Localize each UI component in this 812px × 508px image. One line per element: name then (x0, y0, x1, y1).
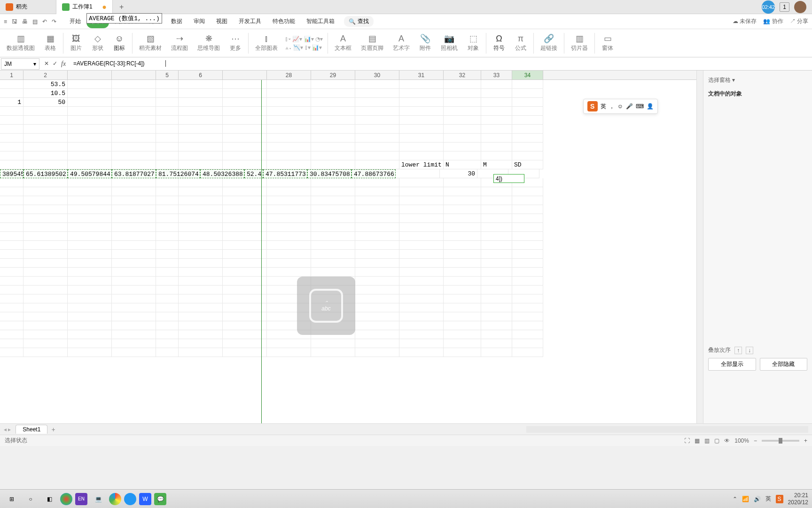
tab-workbook[interactable]: 工作簿1 ● (56, 0, 113, 14)
preview-icon[interactable]: ▤ (32, 18, 38, 25)
ime-tray[interactable]: 英 (765, 495, 771, 503)
menu-icon[interactable]: ≡ (4, 18, 7, 25)
cell[interactable] (0, 80, 23, 89)
sel-cell[interactable]: 81.75126074 (156, 169, 200, 178)
ribbon-charts[interactable]: ⫿全部图表 (250, 33, 282, 53)
ribbon-picture[interactable]: 🖼图片 (65, 33, 87, 53)
app-en-icon[interactable]: EN (75, 493, 87, 505)
ribbon-iconset[interactable]: ☺图标 (109, 33, 130, 53)
cell[interactable]: 50 (23, 98, 68, 107)
menu-start[interactable]: 开始 (64, 15, 86, 28)
cell-N-value[interactable]: 30 (440, 169, 477, 178)
col-h[interactable]: 28 (267, 71, 311, 79)
sel-cell[interactable]: 48.50326388 (200, 169, 244, 178)
sel-cell[interactable]: 47.85311773 (263, 169, 307, 178)
confirm-icon[interactable]: ✓ (53, 60, 57, 68)
ribbon-form[interactable]: ▭窗体 (597, 33, 618, 53)
ribbon-more[interactable]: ⋯更多 (225, 33, 246, 53)
sel-cell[interactable]: 49.50579844 (68, 169, 112, 178)
start-button[interactable]: ⊞ (4, 491, 20, 507)
window-count[interactable]: 1 (780, 2, 789, 12)
formula-input[interactable]: =AVERAGE(RC[-33]:RC[-4]) (70, 59, 812, 68)
view-normal-icon[interactable]: ▦ (695, 437, 700, 444)
col-h[interactable]: 5 (156, 71, 179, 79)
read-icon[interactable]: 👁 (724, 437, 730, 444)
vertical-scrollbar[interactable] (696, 71, 703, 423)
cell-SD[interactable]: SD (512, 160, 543, 169)
col-h[interactable] (112, 71, 156, 79)
wechat-icon[interactable]: 💬 (154, 493, 166, 505)
cell[interactable]: 1 (0, 98, 23, 107)
ribbon-mindmap[interactable]: ❋思维导图 (193, 33, 225, 53)
ribbon-attachment[interactable]: 📎附件 (414, 33, 436, 53)
ime-voice[interactable]: 🎤 (626, 103, 633, 110)
ribbon-camera[interactable]: 📷照相机 (436, 33, 462, 53)
ime-toolbar[interactable]: S 英 ， ☺ 🎤 ⌨ 👤 (583, 99, 658, 114)
menu-review[interactable]: 审阅 (188, 15, 211, 28)
ime-emoji[interactable]: ☺ (617, 103, 623, 110)
cortana-button[interactable]: ○ (23, 491, 39, 507)
sheet-nav[interactable]: ◂ ▸ (4, 426, 11, 433)
sheet-tab[interactable]: Sheet1 (16, 425, 47, 434)
ribbon-textbox[interactable]: A文本框 (330, 33, 356, 53)
col-h[interactable]: 31 (399, 71, 444, 79)
col-h[interactable] (68, 71, 112, 79)
col-h[interactable]: 1 (0, 71, 23, 79)
col-h[interactable]: 29 (311, 71, 355, 79)
app-blue-icon[interactable] (124, 493, 136, 505)
menu-special[interactable]: 特色功能 (267, 15, 301, 28)
sheet-add-button[interactable]: + (51, 426, 55, 433)
col-h[interactable] (223, 71, 267, 79)
zoom-out-button[interactable]: − (754, 437, 757, 444)
volume-icon[interactable]: 🔊 (754, 496, 761, 502)
cell[interactable] (0, 89, 23, 98)
chart-minis[interactable]: ⫿▾ 📈▾ 📊▾ ◔▾⟁▾ 📉▾ ⫿▾ 📊▾ (282, 34, 326, 53)
tab-add-button[interactable]: + (113, 3, 130, 11)
cell-N[interactable]: N (444, 160, 481, 169)
ribbon-wordart[interactable]: A艺术字 (388, 33, 414, 53)
browser-icon[interactable] (60, 493, 72, 505)
wps-icon[interactable]: W (139, 493, 151, 505)
wifi-icon[interactable]: 📶 (742, 496, 749, 502)
print-icon[interactable]: 🖶 (22, 18, 28, 25)
taskview-button[interactable]: ◧ (41, 491, 57, 507)
sel-cell[interactable]: 52.4 (244, 169, 263, 178)
ime-punct[interactable]: ， (609, 103, 615, 111)
ribbon-shape[interactable]: ◇形状 (87, 33, 109, 53)
cell[interactable]: 53.5 (23, 80, 68, 89)
tab-docks[interactable]: 稻壳 (0, 0, 56, 14)
side-selector[interactable]: 选择窗格 ▾ (708, 74, 807, 86)
cell[interactable]: 10.5 (23, 89, 68, 98)
unsaved-indicator[interactable]: ☁ 未保存 (733, 17, 757, 25)
share-button[interactable]: ↗ 分享 (790, 17, 808, 25)
col-h-active[interactable]: 34 (512, 71, 543, 79)
sel-cell[interactable]: 30.83475708 (307, 169, 351, 178)
cell-lower-limit[interactable]: lower limit (399, 160, 444, 169)
ribbon-hyperlink[interactable]: 🔗超链接 (536, 33, 562, 53)
fullscreen-icon[interactable]: ⛶ (684, 437, 690, 444)
zoom-in-button[interactable]: + (804, 437, 807, 444)
col-h[interactable]: 32 (444, 71, 481, 79)
ribbon-flowchart[interactable]: ⇢流程图 (166, 33, 193, 53)
ribbon-headerfooter[interactable]: ▤页眉页脚 (356, 33, 388, 53)
fx-icon[interactable]: fx (61, 60, 66, 68)
view-layout-icon[interactable]: ▥ (704, 437, 710, 444)
menu-data[interactable]: 数据 (165, 15, 188, 28)
undo-icon[interactable]: ↶ (42, 18, 47, 25)
sel-cell[interactable]: 63.81877027 (112, 169, 156, 178)
show-all-button[interactable]: 全部显示 (708, 358, 756, 371)
move-down-button[interactable]: ↓ (746, 347, 753, 354)
tray-up-icon[interactable]: ⌃ (733, 496, 737, 502)
explorer-icon[interactable]: 💻 (90, 491, 106, 507)
ribbon-symbol[interactable]: Ω符号 (488, 33, 510, 53)
move-up-button[interactable]: ↑ (734, 347, 742, 354)
ribbon-equation[interactable]: π公式 (510, 33, 531, 53)
view-page-icon[interactable]: ▢ (714, 437, 719, 444)
collab-button[interactable]: 👥 协作 (763, 17, 783, 25)
sheet-grid[interactable]: 1 2 5 6 28 29 30 31 32 33 34 53.5 (0, 71, 696, 423)
sel-cell[interactable]: 3895458 (0, 169, 23, 178)
menu-smart[interactable]: 智能工具箱 (301, 15, 340, 28)
col-h[interactable]: 2 (23, 71, 68, 79)
sogou-tray-icon[interactable]: S (776, 495, 783, 503)
active-cell[interactable]: 4]) (493, 174, 524, 183)
